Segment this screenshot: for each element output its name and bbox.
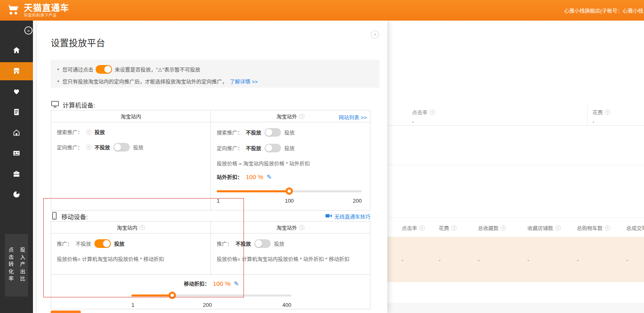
website-list-link[interactable]: 网站列表 >> <box>339 113 367 121</box>
scale-mid: 100 <box>285 198 294 204</box>
video-icon <box>326 213 332 220</box>
cell-value: - <box>577 257 578 263</box>
sidebar-item-favorites[interactable] <box>0 82 33 102</box>
scale-min: 1 <box>217 198 220 204</box>
mobile-section-title: 移动设备: <box>61 212 88 221</box>
cell-value: - <box>439 257 440 263</box>
promo-on-label: 投放 <box>114 240 124 248</box>
stat-click-rate: 点击率 - <box>412 108 435 125</box>
scale-min: 1 <box>131 302 134 308</box>
col-total-favorites: 总收藏数 <box>478 224 506 232</box>
home-icon <box>12 46 21 56</box>
offsite-discount-label: 站外折扣： <box>217 173 243 181</box>
promo-off-label: 不投放 <box>76 240 91 248</box>
computer-section-title: 计算机设备: <box>63 100 95 109</box>
heart-icon <box>12 87 21 97</box>
slider-thumb[interactable] <box>169 292 176 299</box>
computer-onsite-cell: 搜索推广： 投放 定向推广： 不投放 投放 <box>51 122 211 210</box>
offsite-discount-value: 100 % <box>246 173 264 180</box>
platform-settings-modal: 设置投放平台 您可通过点击 来设置是否投放，"⚠"表示暂不可投放 您只有投放淘宝… <box>37 21 387 313</box>
sidebar-item-account[interactable] <box>0 143 33 164</box>
sidebar-item-home[interactable] <box>0 40 33 61</box>
targeted-promo-label: 定向推广： <box>217 144 243 152</box>
promo-off-label: 不投放 <box>236 240 251 248</box>
tips-box: 您可通过点击 来设置是否投放，"⚠"表示暂不可投放 您只有投放淘宝站内的定向推广… <box>51 60 379 88</box>
pc-offsite-targeted-toggle[interactable] <box>265 144 281 152</box>
help-icon[interactable] <box>86 129 91 135</box>
help-icon[interactable] <box>451 225 457 231</box>
sidebar-item-report[interactable] <box>0 102 33 123</box>
help-icon[interactable] <box>605 110 610 115</box>
search-promo-state: 不投放 <box>246 128 262 136</box>
edit-pencil-icon[interactable] <box>267 173 272 181</box>
sidebar-metrics-panel[interactable]: 点击转化率 投入产出比 <box>5 234 28 297</box>
example-toggle[interactable] <box>96 65 112 74</box>
close-icon[interactable] <box>371 30 379 39</box>
help-icon[interactable] <box>605 225 610 231</box>
help-icon[interactable] <box>299 225 304 230</box>
promo-on-label: 投放 <box>274 240 284 248</box>
mobile-offsite-toggle[interactable] <box>254 239 271 248</box>
dashboard-table-header: 点击率 花费 总收藏数 收藏店铺数 总购物车数 总成交笔 <box>387 217 644 237</box>
main-content: 点击率 - 花费 - 点击率 花费 总收藏数 收藏店铺数 总购物车数 总成交笔 … <box>33 21 644 313</box>
modal-title: 设置投放平台 <box>51 35 105 49</box>
dashboard-highlighted-row[interactable]: - - - - - - <box>387 237 644 282</box>
save-button[interactable] <box>51 311 81 313</box>
search-promo-label: 搜索推广： <box>217 128 243 136</box>
top-bar: 天猫直通车 阿里妈妈旗下产品 心雅小栈旗舰店(子帐号：心雅小栈 <box>0 0 644 21</box>
sidebar-item-campaign[interactable] <box>0 62 33 80</box>
promo-label: 推广： <box>57 240 73 248</box>
pc-onsite-targeted-toggle[interactable] <box>113 143 130 152</box>
pc-offsite-search-toggle[interactable] <box>265 128 281 137</box>
slider-thumb[interactable] <box>286 187 293 195</box>
help-icon[interactable] <box>555 225 561 231</box>
id-card-icon <box>12 149 21 159</box>
search-promo-state: 投放 <box>95 128 105 136</box>
slider-scale: 1 100 200 <box>217 198 362 204</box>
app-title: 天猫直通车 <box>24 3 69 12</box>
metric-click-conversion: 点击转化率 <box>7 247 15 283</box>
offsite-discount-slider[interactable] <box>217 187 362 195</box>
campaign-icon <box>12 67 21 76</box>
wireless-tips-label: 无线直通车技巧 <box>334 213 370 220</box>
toggle-after-label: 投放 <box>284 128 295 136</box>
bullet-icon <box>57 67 60 72</box>
targeted-promo-state: 不投放 <box>95 143 110 151</box>
stat-label: 花费 <box>592 108 603 116</box>
edit-pencil-icon[interactable] <box>234 280 239 287</box>
mobile-offsite-header: 淘宝站外 <box>211 222 370 233</box>
stat-label: 点击率 <box>412 108 428 116</box>
stat-value: - <box>592 119 610 125</box>
mobile-discount-slider[interactable] <box>131 292 291 299</box>
help-icon[interactable] <box>86 145 91 150</box>
help-icon[interactable] <box>501 225 506 231</box>
mobile-onsite-toggle[interactable] <box>94 239 111 248</box>
stat-value: - <box>412 119 435 125</box>
briefcase-icon <box>12 170 21 179</box>
left-sidebar: 点击转化率 投入产出比 <box>0 21 33 313</box>
scale-max: 200 <box>353 198 362 204</box>
sidebar-expand-button[interactable] <box>24 26 33 35</box>
cell-value: - <box>402 257 403 263</box>
monitor-icon <box>51 100 59 110</box>
phone-icon <box>51 212 58 221</box>
sidebar-item-tools[interactable] <box>0 164 33 185</box>
cell-value: - <box>478 257 480 263</box>
help-icon[interactable] <box>140 225 145 230</box>
sidebar-item-shop[interactable] <box>0 123 33 143</box>
app-logo: 天猫直通车 阿里妈妈旗下产品 <box>6 3 69 18</box>
help-icon[interactable] <box>430 110 435 115</box>
wireless-tips-link[interactable]: 无线直通车技巧 <box>326 213 370 220</box>
help-icon[interactable] <box>419 225 425 231</box>
targeted-promo-state: 不投放 <box>246 144 262 152</box>
col-total-orders: 总成交笔 <box>626 224 644 232</box>
tip-text: 您可通过点击 <box>62 65 93 73</box>
learn-more-link[interactable]: 了解详情 >> <box>229 77 258 85</box>
help-icon[interactable] <box>299 114 304 119</box>
shop-icon <box>12 128 21 138</box>
account-name[interactable]: 心雅小栈旗舰店(子帐号：心雅小栈 <box>564 0 643 21</box>
tip-text: 您只有投放淘宝站内的定向推广后，才能选择投放淘宝站外的定向推广， <box>62 77 227 85</box>
toggle-after-label: 投放 <box>284 144 295 152</box>
search-promo-label: 搜索推广： <box>57 128 83 136</box>
sidebar-item-data[interactable] <box>0 185 33 205</box>
